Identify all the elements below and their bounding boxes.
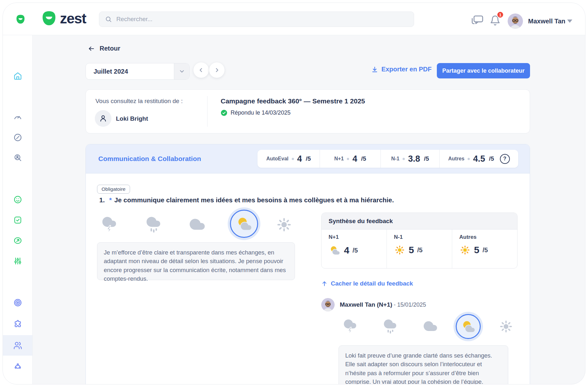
reviewer-rating-sun[interactable] xyxy=(498,319,514,334)
arrow-up-icon xyxy=(321,280,328,287)
period-select[interactable]: Juillet 2024 xyxy=(86,63,190,80)
rating-option-sun[interactable] xyxy=(275,216,293,233)
sidebar-item-settings-sliders[interactable] xyxy=(3,252,32,270)
topbar: zest 1 Maxwell Tan xyxy=(3,3,585,35)
self-comment-box: Je m’efforce d’être claire et transparen… xyxy=(97,242,295,280)
zest-logo-icon xyxy=(41,11,57,26)
sidebar-item-compass[interactable] xyxy=(3,128,32,146)
reviewer-row: Maxwell Tan (N+1) - 15/01/2025 xyxy=(321,298,426,311)
user-menu-caret-icon[interactable] xyxy=(567,20,572,23)
reviewer-rating-partly-sunny-selected[interactable] xyxy=(456,314,481,339)
cloud-icon xyxy=(423,319,438,334)
chevron-left-icon xyxy=(198,67,204,73)
search-icon xyxy=(105,16,112,23)
score-autoeval: AutoEval4/5 xyxy=(257,150,320,168)
partly-sunny-icon xyxy=(460,318,476,335)
reviewer-rating-storm[interactable] xyxy=(342,318,358,335)
score-autres: Autres4.5/5? xyxy=(439,150,518,168)
messages-icon[interactable] xyxy=(470,15,484,26)
score-label: AutoEval xyxy=(266,156,288,162)
partly-sunny-icon xyxy=(329,244,341,256)
sun-icon xyxy=(275,216,293,233)
card-divider xyxy=(207,96,208,127)
score-value: 4.5 xyxy=(473,154,485,164)
rating-option-rain[interactable] xyxy=(145,215,162,234)
brand-name: zest xyxy=(60,11,86,26)
cloud-icon xyxy=(189,216,206,233)
synthesis-panel: Synthèse du feedback N+1 4/5 N-1 5/5 Aut… xyxy=(321,213,518,269)
reviewer-rating-cloud[interactable] xyxy=(423,319,438,334)
chevron-down-icon xyxy=(179,68,185,75)
next-period-button[interactable] xyxy=(209,62,225,78)
synthesis-value: 5 xyxy=(409,245,414,255)
user-avatar[interactable] xyxy=(508,13,523,29)
person-avatar xyxy=(95,110,111,127)
person-name: Loki Bright xyxy=(116,115,148,122)
score-max: /5 xyxy=(306,155,311,162)
person-icon xyxy=(99,114,108,123)
help-icon[interactable]: ? xyxy=(500,154,510,164)
score-summary-pill: AutoEval4/5 N+14/5 N-13.8/5 Autres4.5/5? xyxy=(257,150,518,168)
sidebar xyxy=(3,35,33,384)
sidebar-item-mood-smiley[interactable] xyxy=(3,190,32,208)
period-value: Juillet 2024 xyxy=(94,63,128,79)
answered-label: Répondu le 14/03/2025 xyxy=(231,109,290,116)
synthesis-label: Autres xyxy=(459,234,517,240)
zest-mini-logo-icon[interactable] xyxy=(16,14,25,24)
dot-separator xyxy=(403,158,405,160)
sidebar-item-dashboard-gauge[interactable] xyxy=(3,108,32,126)
feedback-section-card: Communication & Collaboration AutoEval4/… xyxy=(86,144,530,384)
brand-logo[interactable]: zest xyxy=(41,11,86,26)
sun-icon xyxy=(394,244,405,256)
score-value: 4 xyxy=(352,154,357,164)
back-arrow-icon xyxy=(87,45,95,52)
score-value: 4 xyxy=(297,154,302,164)
period-caret-button[interactable] xyxy=(174,63,189,79)
dot-separator xyxy=(347,158,349,160)
sun-icon xyxy=(459,244,471,256)
storm-cloud-icon xyxy=(101,215,118,234)
chevron-right-icon xyxy=(214,67,220,73)
dot-separator xyxy=(468,158,470,160)
score-n-minus-1: N-13.8/5 xyxy=(380,150,439,168)
hide-detail-link[interactable]: Cacher le détail du feedback xyxy=(321,280,413,287)
share-button[interactable]: Partager avec le collaborateur xyxy=(437,63,530,78)
app-window: zest 1 Maxwell Tan Retour Juillet 2024 xyxy=(3,3,585,384)
rating-option-partly-sunny-selected[interactable] xyxy=(230,210,258,238)
synthesis-title: Synthèse du feedback xyxy=(322,213,517,230)
storm-cloud-icon xyxy=(342,318,358,335)
sidebar-item-home[interactable] xyxy=(3,67,32,85)
sidebar-item-team-users[interactable] xyxy=(3,335,32,356)
synthesis-max: /5 xyxy=(483,246,488,254)
mandatory-badge: Obligatoire xyxy=(97,185,130,194)
reviewer-comment-box: Loki fait preuve d’une grande clarté dan… xyxy=(339,345,508,384)
download-icon xyxy=(371,66,378,73)
export-pdf-link[interactable]: Exporter en PDF xyxy=(371,66,432,73)
score-max: /5 xyxy=(489,155,494,162)
rating-option-cloud[interactable] xyxy=(189,216,206,233)
back-label: Retour xyxy=(100,45,120,52)
sun-icon xyxy=(498,319,514,334)
sidebar-item-integrations-puzzle[interactable] xyxy=(3,315,32,333)
reviewer-avatar xyxy=(321,298,335,311)
viewing-label: Vous consultez la restitution de : xyxy=(95,98,183,105)
notification-badge: 1 xyxy=(497,11,504,18)
sidebar-item-goals-arrow[interactable] xyxy=(3,231,32,249)
check-circle-icon xyxy=(221,109,227,116)
search-bar[interactable] xyxy=(99,12,414,27)
sidebar-item-objectives-target[interactable] xyxy=(3,294,32,311)
sidebar-item-tasks-check[interactable] xyxy=(3,211,32,229)
previous-period-button[interactable] xyxy=(193,62,209,78)
search-input[interactable] xyxy=(116,15,408,23)
back-link[interactable]: Retour xyxy=(87,45,120,52)
section-title: Communication & Collaboration xyxy=(98,155,201,163)
question-label: Je communique clairement mes idées et me… xyxy=(114,196,394,204)
reviewer-name: Maxwell Tan (N+1) xyxy=(340,301,392,308)
user-name[interactable]: Maxwell Tan xyxy=(528,18,565,25)
rating-option-storm[interactable] xyxy=(101,215,118,234)
reviewer-rating-rain[interactable] xyxy=(382,318,398,335)
sidebar-item-network-share[interactable] xyxy=(3,357,32,375)
synthesis-label: N+1 xyxy=(329,234,387,240)
partly-sunny-icon xyxy=(235,215,253,233)
sidebar-item-people-search[interactable] xyxy=(3,149,32,167)
